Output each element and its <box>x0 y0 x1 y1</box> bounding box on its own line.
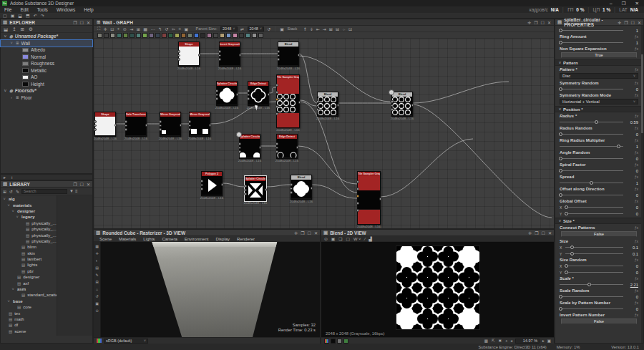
library-item-physically-[interactable]: ▤physically_... <box>1 226 57 232</box>
node-output-port[interactable] <box>298 101 301 104</box>
maximize-button[interactable]: ❐ <box>622 1 626 6</box>
node-output-port[interactable] <box>239 54 242 57</box>
param-slider[interactable] <box>565 207 623 208</box>
close-icon[interactable]: ✕ <box>638 20 641 25</box>
node-input-port[interactable] <box>316 108 319 111</box>
node-input-port[interactable] <box>238 147 241 150</box>
node-input-port[interactable] <box>94 120 97 123</box>
node-input-port[interactable] <box>177 50 180 53</box>
param-value[interactable]: 0 <box>625 205 638 210</box>
node-input-port[interactable] <box>391 100 394 103</box>
param-slider[interactable] <box>560 146 623 147</box>
param-toggle-button[interactable]: True <box>561 52 637 58</box>
node-output-port[interactable] <box>311 187 313 190</box>
graph-node-blend[interactable]: Blend2048x2048 - L16 <box>317 92 338 117</box>
param-slider[interactable] <box>565 213 623 214</box>
node-input-port[interactable] <box>356 180 359 183</box>
snap-icon[interactable]: ⌗ <box>179 26 181 31</box>
param-slider[interactable] <box>560 42 623 43</box>
view3d-menu-environment[interactable]: Environment <box>182 237 212 241</box>
node-palette-icon[interactable] <box>181 33 186 38</box>
node-input-port[interactable] <box>159 125 162 127</box>
param-dropdown[interactable]: Horizontal + Vertical˅ <box>560 99 638 104</box>
layers-icon[interactable]: ❏ <box>338 237 342 241</box>
node-input-port[interactable] <box>247 89 250 92</box>
close-icon[interactable]: ✕ <box>314 230 318 235</box>
fit-icon[interactable]: ⇱ <box>492 339 495 344</box>
graph-node-invert-grayscale[interactable]: Invert Grayscale2048x2048 - L16 <box>219 42 240 67</box>
function-icon[interactable]: ƒx <box>635 239 638 243</box>
node-input-port[interactable] <box>275 150 278 153</box>
section-size-[interactable]: ˅Size * <box>555 218 643 224</box>
reset-icon[interactable]: ↺ <box>95 294 98 298</box>
node-input-port[interactable] <box>159 120 162 123</box>
node-input-port[interactable] <box>277 58 280 61</box>
function-icon[interactable]: ƒx <box>635 93 638 97</box>
node-palette-icon[interactable] <box>136 33 141 38</box>
function-icon[interactable]: ƒx <box>635 187 638 191</box>
node-input-port[interactable] <box>218 54 221 57</box>
node-input-port[interactable] <box>356 188 359 190</box>
maximize-icon[interactable]: ☐ <box>631 20 635 25</box>
param-slider[interactable] <box>560 134 623 135</box>
graph-node-polygon-2[interactable]: Polygon 22048x2048 - L16 <box>201 171 223 196</box>
param-slider[interactable] <box>565 272 623 273</box>
param-value[interactable]: 0.59 <box>625 120 638 125</box>
param-toggle-button[interactable]: False <box>561 231 637 237</box>
explorer-item-roughness[interactable]: Roughness <box>1 60 92 67</box>
maximize-icon[interactable]: ☐ <box>80 20 84 25</box>
library-item-tex[interactable]: ▤tex <box>1 310 57 316</box>
node-input-port[interactable] <box>188 128 191 131</box>
subgraph-icon[interactable]: ⊞ <box>137 26 140 31</box>
library-search-input[interactable] <box>21 189 67 194</box>
view3d-menu-camera[interactable]: Camera <box>159 237 180 241</box>
float-icon[interactable]: ❐ <box>535 230 538 235</box>
library-item-alg[interactable]: ˅alg <box>1 196 57 202</box>
size-reset-icon[interactable]: ↺ <box>268 26 271 31</box>
param-dropdown[interactable]: Disc˅ <box>560 73 638 79</box>
node-palette-icon[interactable] <box>149 33 154 38</box>
function-icon[interactable]: ƒx <box>635 258 638 262</box>
param-slider[interactable] <box>560 122 623 122</box>
node-input-port[interactable] <box>238 150 241 153</box>
zoom-icon[interactable]: ⊙ <box>123 26 127 31</box>
node-output-port[interactable] <box>259 146 262 149</box>
graph-node-blend[interactable]: Blend2048x2048 - L16 <box>291 175 312 200</box>
node-output-port[interactable] <box>145 124 148 127</box>
menu-edit[interactable]: Edit <box>16 7 32 12</box>
pin-icon[interactable]: ✛ <box>527 20 531 25</box>
align-right-icon[interactable]: ⇥ <box>323 26 326 31</box>
library-item-blinn[interactable]: ▤blinn <box>1 244 57 250</box>
node-palette-icon[interactable] <box>194 33 199 38</box>
param-slider[interactable] <box>565 266 623 266</box>
node-palette-icon[interactable] <box>187 33 192 38</box>
graph-node-splatter-circular-grayscale[interactable]: Splatter Circular Grayscale2048x2048 - L… <box>216 81 238 106</box>
param-slider[interactable] <box>565 253 623 254</box>
zoom-in-icon[interactable]: ▸ <box>542 339 545 343</box>
gray-swatch[interactable] <box>337 339 342 344</box>
param-slider[interactable] <box>560 284 623 285</box>
view3d-menu-lights[interactable]: Lights <box>140 237 157 241</box>
settings-icon[interactable]: ⚙ <box>29 26 33 32</box>
refresh-icon[interactable]: ↺ <box>9 189 13 194</box>
close-icon[interactable]: ✕ <box>548 230 552 235</box>
library-item-physically-[interactable]: ▤physically_... <box>1 232 57 238</box>
node-output-port[interactable] <box>198 54 201 57</box>
undo-icon[interactable]: ↶ <box>34 13 37 18</box>
library-item-materials[interactable]: ˅materials <box>1 202 57 208</box>
section-pattern[interactable]: ˅Pattern <box>555 59 643 66</box>
param-value[interactable]: 0 <box>625 169 638 173</box>
param-slider[interactable] <box>565 247 623 248</box>
transform-icon[interactable]: ▢ <box>346 237 350 241</box>
node-palette-icon[interactable] <box>142 33 147 38</box>
param-slider[interactable] <box>560 195 623 195</box>
function-icon[interactable]: ƒx <box>635 162 638 167</box>
add-icon[interactable]: ⊞ <box>95 280 98 284</box>
colorspace-select[interactable]: sRGB (default)˅ <box>104 339 148 344</box>
view3d-menu-materials[interactable]: Materials <box>116 237 139 241</box>
library-item-physically-[interactable]: ▤physically_... <box>1 238 57 244</box>
function-icon[interactable]: ƒx <box>635 47 638 51</box>
param-value[interactable]: 0 <box>625 132 638 137</box>
menu-file[interactable]: File <box>0 7 16 12</box>
param-value[interactable]: 0.1 <box>625 246 638 250</box>
